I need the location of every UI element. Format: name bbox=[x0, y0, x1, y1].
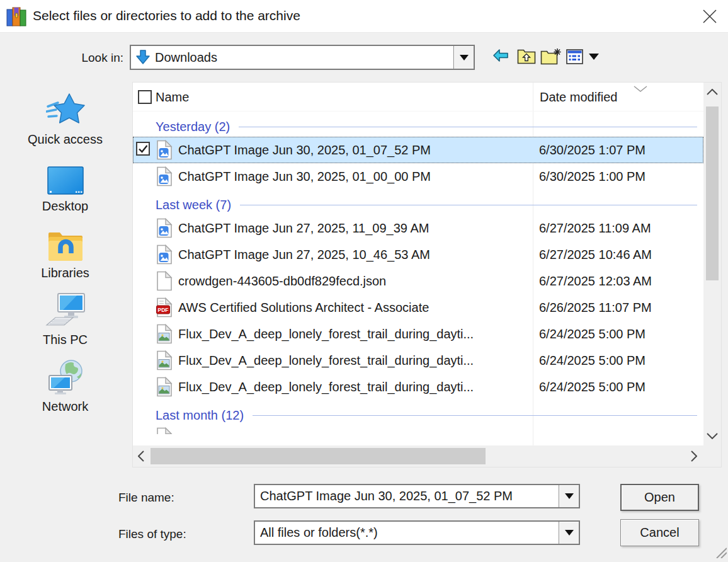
look-in-label: Look in: bbox=[62, 51, 123, 65]
file-date-modified: 6/30/2025 1:07 PM bbox=[539, 137, 646, 163]
dropdown-arrow-icon bbox=[460, 55, 469, 60]
json-file-icon bbox=[156, 271, 173, 291]
new-folder-icon[interactable] bbox=[540, 48, 562, 66]
sidebar-item-label: Desktop bbox=[0, 199, 130, 214]
dropdown-arrow-icon bbox=[565, 493, 574, 499]
group-header[interactable]: Last week (7) bbox=[133, 190, 703, 215]
cancel-button[interactable]: Cancel bbox=[620, 519, 699, 546]
json-file-icon bbox=[156, 427, 173, 434]
view-menu-icon[interactable] bbox=[566, 49, 583, 65]
row-checkbox[interactable] bbox=[136, 142, 150, 158]
file-date-modified: 6/24/2025 5:00 PM bbox=[539, 347, 646, 374]
files-of-type-select[interactable]: All files or folders(*.*) bbox=[254, 520, 580, 545]
file-name: Flux_Dev_A_deep_lonely_forest_trail_duri… bbox=[178, 374, 474, 400]
file-name: Flux_Dev_A_deep_lonely_forest_trail_duri… bbox=[178, 347, 474, 374]
sidebar-item-network[interactable]: Network bbox=[0, 355, 130, 414]
group-rule bbox=[240, 205, 697, 205]
folder-toolbar bbox=[492, 45, 599, 68]
this-pc-icon bbox=[0, 289, 130, 329]
sidebar-item-this-pc[interactable]: This PC bbox=[0, 289, 130, 347]
file-name-input[interactable]: ChatGPT Image Jun 30, 2025, 01_07_52 PM bbox=[254, 484, 580, 508]
files-of-type-value: All files or folders(*.*) bbox=[255, 525, 378, 540]
file-list-rows: Yesterday (2)ChatGPT Image Jun 30, 2025,… bbox=[133, 112, 703, 434]
file-row[interactable]: Flux_Dev_A_deep_lonely_forest_trail_duri… bbox=[133, 347, 703, 374]
dropdown-arrow-icon bbox=[565, 530, 574, 536]
file-row[interactable]: crowdgen-443605-db0df829fecd.json6/27/20… bbox=[133, 268, 703, 294]
vertical-scrollbar[interactable] bbox=[703, 83, 721, 445]
file-list-header: Name Date modified bbox=[133, 83, 703, 112]
downloads-folder-icon bbox=[131, 49, 155, 66]
file-row[interactable]: ChatGPT Image Jun 27, 2025, 10_46_53 AM6… bbox=[133, 241, 703, 268]
group-label[interactable]: Last month (12) bbox=[156, 408, 244, 423]
column-header-name[interactable]: Name bbox=[156, 83, 189, 112]
image-file-icon bbox=[156, 140, 173, 160]
sidebar-item-label: Libraries bbox=[0, 266, 130, 280]
photo-file-icon bbox=[156, 377, 173, 397]
group-header[interactable]: Last month (12) bbox=[133, 400, 703, 425]
network-globe-icon bbox=[0, 355, 130, 396]
scroll-left-icon[interactable] bbox=[134, 445, 148, 467]
sort-direction-icon[interactable] bbox=[634, 84, 647, 95]
scroll-down-icon[interactable] bbox=[703, 429, 721, 443]
desktop-monitor-icon bbox=[0, 155, 130, 195]
file-row-partial[interactable] bbox=[133, 425, 703, 434]
title-bar: Select files or directories to add to th… bbox=[0, 0, 728, 33]
view-menu-caret-icon[interactable] bbox=[589, 54, 599, 60]
file-name: Flux_Dev_A_deep_lonely_forest_trail_duri… bbox=[178, 321, 474, 347]
column-header-date-modified[interactable]: Date modified bbox=[540, 83, 617, 112]
image-file-icon bbox=[156, 218, 173, 238]
file-row[interactable]: ChatGPT Image Jun 30, 2025, 01_00_00 PM6… bbox=[133, 163, 703, 190]
file-name: AWS Certified Solutions Architect - Asso… bbox=[178, 294, 429, 321]
back-icon[interactable] bbox=[492, 49, 513, 65]
image-file-icon bbox=[156, 166, 173, 186]
quick-access-star-icon bbox=[0, 88, 130, 129]
group-label[interactable]: Last week (7) bbox=[156, 198, 231, 212]
libraries-folder-icon bbox=[0, 222, 130, 262]
look-in-dropdown[interactable]: Downloads bbox=[130, 45, 475, 70]
file-name-label: File name: bbox=[118, 491, 219, 505]
file-name: ChatGPT Image Jun 27, 2025, 10_46_53 AM bbox=[178, 241, 430, 268]
file-list-panel: Name Date modified Yesterday (2)ChatGPT … bbox=[132, 82, 722, 467]
file-row[interactable]: Flux_Dev_A_deep_lonely_forest_trail_duri… bbox=[133, 374, 703, 400]
sidebar-item-label: Quick access bbox=[0, 132, 130, 147]
select-all-checkbox[interactable] bbox=[138, 90, 152, 104]
file-date-modified: 6/24/2025 5:00 PM bbox=[539, 321, 646, 347]
file-name: ChatGPT Image Jun 30, 2025, 01_07_52 PM bbox=[178, 137, 431, 163]
photo-file-icon bbox=[156, 350, 173, 370]
open-button[interactable]: Open bbox=[620, 484, 699, 511]
up-one-level-icon[interactable] bbox=[517, 49, 536, 65]
photo-file-icon bbox=[156, 324, 173, 344]
file-row[interactable]: ChatGPT Image Jun 27, 2025, 11_09_39 AM6… bbox=[133, 215, 703, 241]
resize-grip[interactable] bbox=[712, 543, 727, 561]
sidebar-item-quick-access[interactable]: Quick access bbox=[0, 88, 130, 147]
scroll-right-icon[interactable] bbox=[687, 445, 701, 467]
file-date-modified: 6/27/2025 11:09 AM bbox=[539, 215, 651, 241]
horizontal-scrollbar-thumb[interactable] bbox=[151, 448, 486, 464]
close-icon[interactable] bbox=[697, 4, 723, 29]
look-in-dropdown-button[interactable] bbox=[453, 46, 474, 69]
files-of-type-label: Files of type: bbox=[118, 527, 219, 541]
file-name: ChatGPT Image Jun 27, 2025, 11_09_39 AM bbox=[178, 215, 429, 241]
group-label[interactable]: Yesterday (2) bbox=[156, 120, 230, 134]
file-row[interactable]: Flux_Dev_A_deep_lonely_forest_trail_duri… bbox=[133, 321, 703, 347]
file-name-dropdown-button[interactable] bbox=[559, 485, 579, 507]
winrar-logo-icon bbox=[6, 6, 27, 27]
file-row[interactable]: PDFAWS Certified Solutions Architect - A… bbox=[133, 294, 703, 321]
file-row[interactable]: ChatGPT Image Jun 30, 2025, 01_07_52 PM6… bbox=[133, 137, 703, 163]
sidebar-item-libraries[interactable]: Libraries bbox=[0, 222, 130, 280]
sidebar-item-label: Network bbox=[0, 399, 130, 414]
group-header[interactable]: Yesterday (2) bbox=[133, 112, 703, 137]
window-title: Select files or directories to add to th… bbox=[33, 8, 300, 23]
sidebar-item-desktop[interactable]: Desktop bbox=[0, 155, 130, 214]
vertical-scrollbar-thumb[interactable] bbox=[706, 106, 719, 280]
scroll-up-icon[interactable] bbox=[703, 85, 721, 99]
file-date-modified: 6/27/2025 12:03 AM bbox=[539, 268, 652, 294]
file-name-value: ChatGPT Image Jun 30, 2025, 01_07_52 PM bbox=[255, 489, 513, 503]
file-date-modified: 6/27/2025 10:46 AM bbox=[539, 241, 652, 268]
files-of-type-dropdown-button[interactable] bbox=[559, 522, 579, 544]
group-rule bbox=[239, 127, 697, 127]
horizontal-scrollbar[interactable] bbox=[133, 445, 721, 467]
pdf-file-icon: PDF bbox=[156, 297, 173, 318]
file-name: crowdgen-443605-db0df829fecd.json bbox=[178, 268, 386, 294]
image-file-icon bbox=[156, 244, 173, 265]
